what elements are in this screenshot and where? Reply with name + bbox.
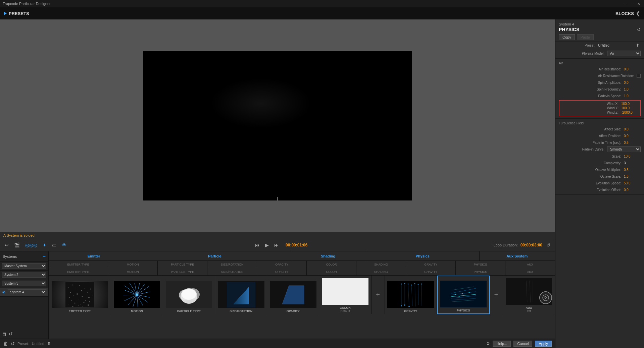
size-rotation-label: SIZE/ROTATION	[230, 309, 252, 313]
system-row-4[interactable]: 👁 System 4	[0, 288, 48, 297]
cell-gravity-1: GRAVITY	[406, 261, 456, 268]
svg-point-11	[80, 304, 81, 304]
presets-arrow-icon	[4, 12, 7, 15]
master-system-select[interactable]: Master System	[2, 263, 46, 269]
undo-system-button[interactable]: ↺	[9, 331, 13, 337]
footer-save-button[interactable]: ⬆	[47, 341, 51, 346]
system-row-master[interactable]: Master System	[0, 262, 48, 271]
svg-point-68	[411, 284, 412, 285]
eye-button[interactable]: 👁	[60, 242, 68, 248]
svg-point-22	[69, 297, 70, 298]
size-rotation-thumb	[218, 281, 264, 308]
wind-z-value: -2000.0	[621, 111, 638, 114]
screen-button[interactable]: ▭	[51, 242, 58, 248]
system-row-3[interactable]: System 3	[0, 279, 48, 288]
footer-trash-button[interactable]: 🗑	[3, 341, 8, 346]
affect-position-value: 0.0	[624, 134, 641, 138]
emitter-type-thumb	[52, 281, 107, 308]
presets-section[interactable]: PRESETS	[4, 11, 29, 16]
add-physics-button[interactable]: +	[490, 291, 503, 299]
panel-title-text: PHYSICS	[559, 27, 579, 32]
cell-shading-1: SHADING	[356, 261, 406, 268]
octave-scale-label: Octave Scale:	[559, 175, 624, 178]
evolution-speed-row: Evolution Speed: 50.0	[559, 180, 641, 186]
air-resistance-value: 0.0	[624, 67, 641, 71]
fade-in-curve-select[interactable]: Smooth Linear Ease In	[607, 147, 641, 152]
footer-settings-button[interactable]: ⚙	[486, 341, 490, 346]
minimize-button[interactable]: ─	[624, 2, 628, 6]
footer-undo-button[interactable]: ↺	[11, 341, 15, 346]
header-particle[interactable]: Particle	[139, 251, 290, 260]
cell-aux-1: AUX	[505, 261, 555, 268]
cell-shading-2: SHADING	[356, 268, 406, 275]
help-button[interactable]: Help...	[493, 341, 511, 347]
close-button[interactable]: ✕	[636, 2, 641, 6]
header-physics[interactable]: Physics	[366, 251, 480, 260]
block-emitter-type[interactable]: EMITTER TYPE	[49, 276, 111, 314]
skip-end-button[interactable]: ⏭	[273, 242, 280, 248]
panel-title-row: PHYSICS ↺	[559, 27, 641, 32]
system3-select[interactable]: System 3	[2, 281, 46, 286]
preset-save-button[interactable]: ⬆	[635, 43, 641, 48]
solo-notice: A System is soloed	[0, 232, 555, 239]
complexity-row: Complexity: 3	[559, 160, 641, 166]
svg-point-6	[77, 293, 78, 295]
fade-in-speed-value: 1.0	[624, 94, 641, 98]
cancel-button[interactable]: Cancel	[513, 341, 532, 347]
svg-rect-75	[449, 282, 478, 307]
block-color[interactable]: COLOR Default	[319, 276, 371, 314]
maximize-button[interactable]: □	[630, 2, 634, 6]
cell-motion-2: MOTION	[108, 268, 158, 275]
header-aux[interactable]: Aux System	[480, 251, 555, 260]
paste-button[interactable]: Paste	[577, 34, 594, 40]
blocks-section[interactable]: BLOCKS ❮	[615, 11, 640, 16]
size-rotation-svg	[227, 282, 255, 307]
play-button[interactable]: ▶	[264, 242, 270, 248]
refresh-button[interactable]: ↺	[637, 27, 641, 32]
svg-point-14	[90, 288, 91, 289]
system4-select[interactable]: System 4	[8, 289, 46, 295]
color-thumb	[322, 278, 368, 305]
camera-button[interactable]: 🎬	[13, 242, 21, 248]
block-aux[interactable]: AUX Off	[503, 276, 555, 314]
wind-z-row: Wind Z: -2000.0	[561, 110, 638, 115]
add-system-button[interactable]: +	[43, 253, 46, 259]
header-shading[interactable]: Shading	[290, 251, 366, 260]
trash-button[interactable]: 🗑	[2, 331, 7, 337]
system-row-2[interactable]: System 2	[0, 271, 48, 279]
svg-rect-56	[331, 279, 359, 304]
physics-model-row: Physics Model: Air Bounce None	[559, 50, 641, 57]
footer-preset-label: Preset:	[17, 342, 29, 346]
header-emitter[interactable]: Emitter	[49, 251, 139, 260]
block-particle-type[interactable]: PARTICLE TYPE	[163, 276, 215, 314]
loop-timecode-display: 00:00:03:00	[521, 243, 542, 247]
block-physics[interactable]: PHYSICS	[437, 276, 490, 314]
person-button[interactable]: ✦	[41, 242, 48, 248]
block-gravity[interactable]: GRAVITY	[385, 276, 437, 314]
wind-x-label: Wind X:	[561, 102, 621, 106]
block-size-rotation[interactable]: SIZE/ROTATION	[215, 276, 267, 314]
undo-button[interactable]: ↩	[3, 242, 10, 248]
fade-in-time-value: 0.5	[624, 141, 641, 144]
cell-gravity-2: GRAVITY	[406, 268, 456, 275]
svg-rect-0	[65, 282, 94, 307]
svg-point-5	[73, 295, 74, 296]
skip-start-button[interactable]: ⏮	[254, 242, 261, 248]
air-resistance-row: Air Resistance: 0.0	[559, 66, 641, 72]
physics-model-select[interactable]: Air Bounce None	[607, 51, 641, 56]
gravity-svg	[396, 282, 425, 307]
block-motion[interactable]: MOTION	[111, 276, 163, 314]
wave-button[interactable]: ◎◎◎	[24, 242, 39, 248]
footer-left: 🗑 ↺ Preset: Untitled ⬆	[3, 341, 51, 346]
air-resistance-rotation-checkbox[interactable]	[637, 74, 641, 78]
block-opacity[interactable]: OPACITY	[267, 276, 319, 314]
blocks-chevron-icon: ❮	[636, 11, 640, 16]
loop-reset-button[interactable]: ↺	[545, 242, 552, 248]
add-shading-button[interactable]: +	[371, 291, 385, 299]
svg-point-50	[182, 288, 196, 300]
right-panel: System 4 PHYSICS ↺ Copy Paste Preset: Un…	[555, 19, 644, 348]
opacity-label: OPACITY	[287, 309, 300, 313]
system2-select[interactable]: System 2	[2, 272, 46, 278]
apply-button[interactable]: Apply	[535, 341, 552, 347]
copy-button[interactable]: Copy	[559, 34, 575, 40]
